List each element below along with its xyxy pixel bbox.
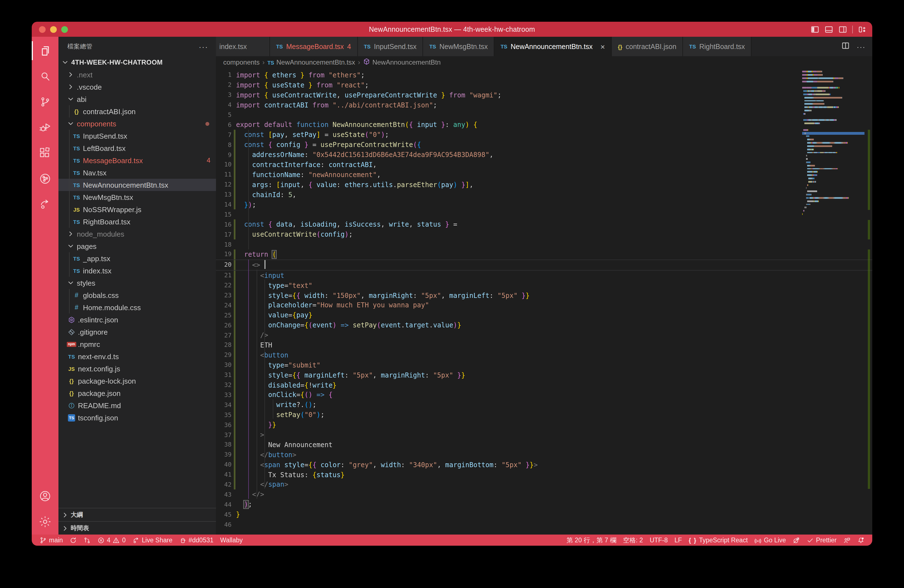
breadcrumb-item[interactable]: TSNewAnnouncementBtn.tsx [267,58,355,66]
tab-index.tsx[interactable]: index.tsx [216,37,270,56]
tree-item-tsconfig.json[interactable]: TStsconfig.json [58,411,216,424]
close-button[interactable] [39,26,46,33]
status-label: Wallaby [220,537,243,544]
zoom-button[interactable] [61,26,68,33]
tab-newannouncementbtn.tsx[interactable]: TSNewAnnouncementBtn.tsx× [494,37,612,56]
tree-item-pages[interactable]: pages [58,240,216,252]
activity-live-share-icon[interactable] [32,191,58,217]
tree-root[interactable]: 4TH-WEEK-HW-CHATROOM [58,56,216,68]
status-sync[interactable] [66,534,80,546]
tree-item-home.module.css[interactable]: #Home.module.css [58,301,216,313]
code-line-45: 45} [216,509,872,520]
tab-messageboard.tsx[interactable]: TSMessageBoard.tsx4 [270,37,358,56]
tree-item-.eslintrc.json[interactable]: .eslintrc.json [58,313,216,326]
overview-ruler[interactable] [865,70,872,534]
status--utf-8[interactable]: UTF-8 [646,534,671,546]
tree-item-contractabi.json[interactable]: {}contractABI.json [58,105,216,117]
tree-item-rightboard.tsx[interactable]: TSRightBoard.tsx [58,215,216,228]
tree-item-readme.md[interactable]: README.md [58,399,216,411]
tree-item-node_modules[interactable]: node_modules [58,228,216,240]
status-broadcast-golive[interactable]: Go Live [751,534,789,546]
activity-explorer-icon[interactable] [32,38,58,63]
tree-item-next-env.d.ts[interactable]: TSnext-env.d.ts [58,350,216,362]
activity-settings-gear-icon[interactable] [32,509,58,534]
tree-item-.vscode[interactable]: .vscode [58,81,216,93]
tree-item-.gitignore[interactable]: .gitignore [58,326,216,338]
minimap[interactable] [802,70,864,534]
more-actions-icon[interactable]: ··· [857,41,866,52]
item-label: .npmrc [78,340,100,348]
slash-circle-icon [793,536,800,544]
tree-item-.next[interactable]: .next [58,68,216,81]
breadcrumb[interactable]: components›TSNewAnnouncementBtn.tsx›NewA… [216,56,872,68]
status-label: 4 [107,537,111,544]
status-git-compare[interactable] [80,534,94,546]
activity-account-icon[interactable] [32,483,58,509]
line-number: 18 [216,241,232,248]
tab-rightboard.tsx[interactable]: TSRightBoard.tsx [683,37,751,56]
panel-bottom-icon[interactable] [824,25,833,34]
minimize-button[interactable] [50,26,57,33]
panel-right-icon[interactable] [838,25,847,34]
tree-item-styles[interactable]: styles [58,277,216,289]
item-label: LeftBoard.tsx [83,144,125,152]
code-line-23: 23 style={{ width: "150px", marginRight:… [216,290,872,300]
status--lf[interactable]: LF [671,534,685,546]
tree-item-package.json[interactable]: {}package.json [58,387,216,399]
activity-extensions-icon[interactable] [32,140,58,166]
split-editor-icon[interactable] [841,41,850,52]
tab-contractabi.json[interactable]: {}contractABI.json [612,37,683,56]
status-feedback[interactable] [840,534,854,546]
more-actions-icon[interactable]: ··· [199,42,208,51]
git-added-indicator [234,480,235,490]
tree-item-nav.tsx[interactable]: TSNav.tsx [58,166,216,179]
activity-search-icon[interactable] [32,63,58,89]
git-added-indicator [234,190,235,200]
tab-inputsend.tsx[interactable]: TSInputSend.tsx [358,37,423,56]
status-braces-glyph-typescriptreact[interactable]: { }TypeScript React [685,534,751,546]
status--207[interactable]: 第 20 行，第 7 欄 [563,534,620,546]
breadcrumb-item[interactable]: components [223,58,260,66]
git-added-indicator [234,200,235,210]
tree-item-leftboard.tsx[interactable]: TSLeftBoard.tsx [58,142,216,154]
tree-item-messageboard.tsx[interactable]: TSMessageBoard.tsx4 [58,154,216,166]
tab-newmsgbtn.tsx[interactable]: TSNewMsgBtn.tsx [423,37,494,56]
status-error-circle-4[interactable]: 40 [94,534,129,546]
tree-item-next.config.js[interactable]: JSnext.config.js [58,362,216,375]
tree-item-components[interactable]: components [58,117,216,130]
line-number: 3 [216,91,232,98]
code-editor[interactable]: 1import { ethers } from "ethers";2import… [216,68,872,534]
tree-item-index.tsx[interactable]: TSindex.tsx [58,264,216,277]
tree-item-_app.tsx[interactable]: TS_app.tsx [58,252,216,264]
typescript-icon: TS [72,169,81,175]
status-slash-circle[interactable] [789,534,803,546]
status--2[interactable]: 空格: 2 [620,534,646,546]
status-paint-can-#dd0531[interactable]: #dd0531 [175,534,217,546]
tree-item-newannouncementbtn.tsx[interactable]: TSNewAnnouncementBtn.tsx [58,179,216,191]
status--wallaby[interactable]: Wallaby [217,534,246,546]
tree-item-globals.css[interactable]: #globals.css [58,289,216,301]
activity-network-graph-icon[interactable] [32,166,58,191]
tree-item-abi[interactable]: abi [58,93,216,105]
status-bell-dot[interactable] [854,534,868,546]
line-number: 1 [216,71,232,79]
close-icon[interactable]: × [601,43,605,51]
tree-item-newmsgbtn.tsx[interactable]: TSNewMsgBtn.tsx [58,191,216,203]
breadcrumb-item[interactable]: NewAnnouncementBtn [363,58,441,67]
status-git-branch-main[interactable]: main [36,534,66,546]
activity-source-control-icon[interactable] [32,89,58,115]
panel-時間表[interactable]: 時間表 [58,521,216,534]
tree-item-package-lock.json[interactable]: {}package-lock.json [58,375,216,387]
tree-item-.npmrc[interactable]: npm.npmrc [58,338,216,350]
panel-left-icon[interactable] [811,25,819,34]
tree-item-inputsend.tsx[interactable]: TSInputSend.tsx [58,130,216,142]
indent-guide [257,270,257,499]
window-title: NewAnnouncementBtn.tsx — 4th-week-hw-cha… [32,25,872,33]
activity-run-debug-icon[interactable] [32,115,58,140]
tree-item-nossrwrapper.js[interactable]: JSNoSSRWrapper.js [58,203,216,215]
layout-customize-icon[interactable] [858,25,867,34]
status-check-prettier[interactable]: Prettier [803,534,840,546]
status-share-arrow-liveshare[interactable]: Live Share [129,534,176,546]
typescript-icon: TS [364,43,370,49]
panel-大綱[interactable]: 大綱 [58,508,216,521]
